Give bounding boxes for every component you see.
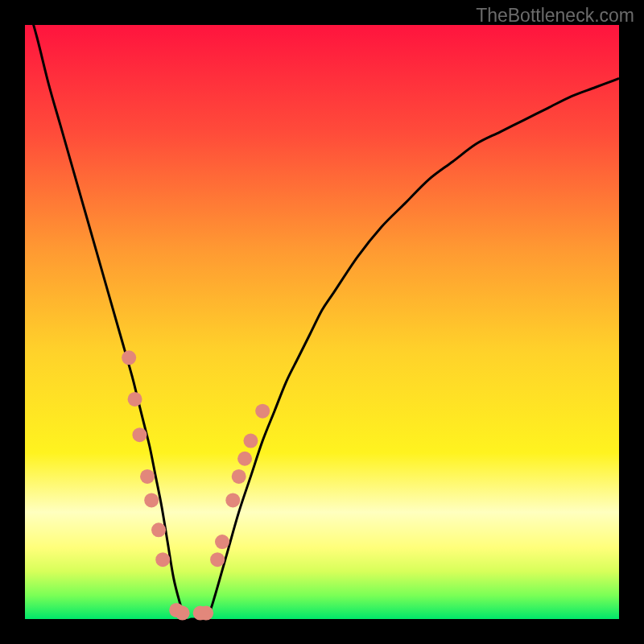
highlight-dot [210,552,225,567]
highlight-dot [155,552,170,567]
highlight-dot [122,350,136,365]
highlight-dot [215,535,229,549]
bottleneck-chart [0,0,644,644]
highlight-dot [140,469,155,484]
plot-background [25,25,619,619]
highlight-dot [175,606,190,621]
watermark-text: TheBottleneck.com [476,5,634,27]
highlight-dot [151,522,166,537]
highlight-dot [144,493,159,507]
chart-container: TheBottleneck.com [0,0,644,644]
highlight-dot [225,493,240,507]
highlight-dot [255,404,270,419]
highlight-dot [199,606,213,621]
highlight-dot [237,452,252,466]
highlight-dot [232,469,246,484]
highlight-dot [128,392,142,407]
highlight-dot [243,434,258,448]
highlight-dot [132,427,147,442]
